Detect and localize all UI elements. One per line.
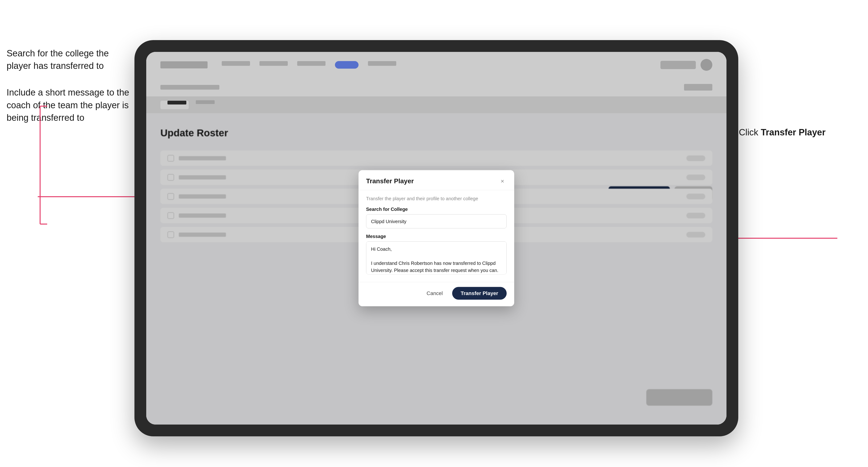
search-label: Search for College (366, 207, 507, 212)
annotation-right-prefix: Click (739, 127, 761, 137)
modal-close-button[interactable]: × (498, 177, 507, 185)
annotation-right-bold: Transfer Player (761, 127, 826, 137)
annotation-text-1: Search for the college the player has tr… (7, 47, 129, 72)
cancel-button[interactable]: Cancel (422, 287, 447, 299)
college-search-input[interactable] (366, 214, 507, 228)
transfer-player-modal: Transfer Player × Transfer the player an… (359, 170, 514, 306)
left-bracket-arrow (26, 104, 50, 226)
modal-overlay: Transfer Player × Transfer the player an… (146, 52, 726, 425)
transfer-player-button[interactable]: Transfer Player (452, 287, 507, 300)
message-textarea[interactable] (366, 242, 507, 275)
annotation-text-2: Include a short message to the coach of … (7, 86, 129, 124)
modal-title: Transfer Player (366, 177, 414, 185)
message-label: Message (366, 234, 507, 239)
annotation-right: Click Transfer Player (739, 127, 826, 137)
modal-header: Transfer Player × (359, 170, 514, 190)
tablet-screen: Update Roster (146, 52, 726, 425)
modal-footer: Cancel Transfer Player (359, 282, 514, 306)
modal-description: Transfer the player and their profile to… (366, 196, 507, 201)
tablet-frame: Update Roster (134, 40, 738, 436)
modal-body: Transfer the player and their profile to… (359, 190, 514, 282)
annotation-left: Search for the college the player has tr… (7, 47, 129, 124)
